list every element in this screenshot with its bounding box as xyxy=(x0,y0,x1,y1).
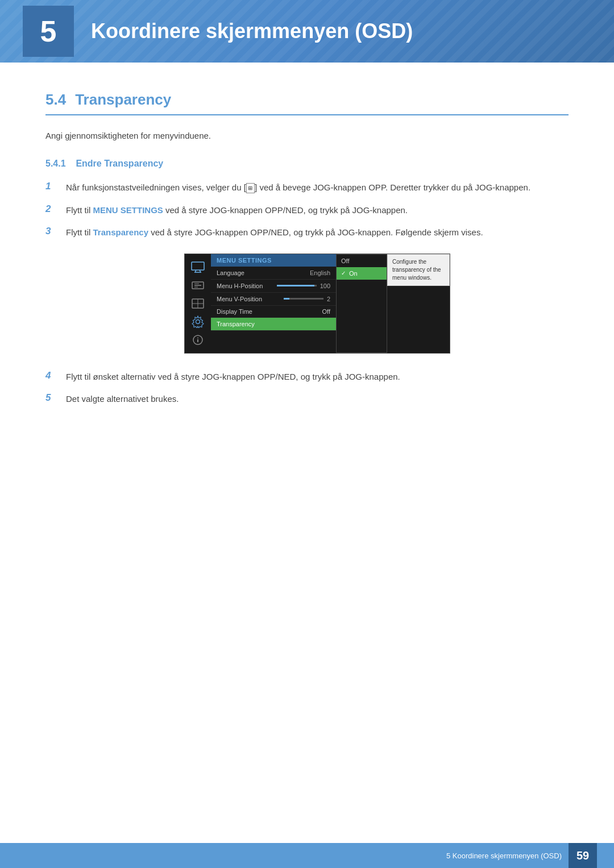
step-number-2: 2 xyxy=(45,203,57,215)
osd-menu-language: Language English xyxy=(211,267,336,280)
osd-icon-adjust xyxy=(190,297,206,310)
step-5: 5 Det valgte alternativet brukes. xyxy=(45,392,569,406)
osd-item-label-language: Language xyxy=(217,269,244,276)
chapter-number: 5 xyxy=(23,6,74,57)
osd-item-value-language: English xyxy=(310,269,330,276)
chapter-header: 5 Koordinere skjermmenyen (OSD) xyxy=(0,0,614,63)
step-text-5: Det valgte alternativet brukes. xyxy=(66,392,179,406)
steps-list: 1 Når funksjonstastveiledningen vises, v… xyxy=(45,180,569,240)
section-title: Transparency xyxy=(75,91,171,109)
subsection-title: Endre Transparency xyxy=(76,159,163,168)
osd-item-label-v-position: Menu V-Position xyxy=(217,296,262,302)
step-number-1: 1 xyxy=(45,180,57,192)
osd-menu-transparency: Transparency xyxy=(211,318,336,331)
svg-point-14 xyxy=(197,337,198,338)
svg-rect-0 xyxy=(192,262,204,270)
osd-item-label-h-position: Menu H-Position xyxy=(217,283,263,289)
steps-list-continued: 4 Flytt til ønsket alternativ ved å styr… xyxy=(45,369,569,406)
chapter-title: Koordinere skjermmenyen (OSD) xyxy=(91,19,413,43)
transparency-highlight: Transparency xyxy=(93,227,149,237)
osd-menu-display-time: Display Time Off xyxy=(211,306,336,318)
section-number: 5.4 xyxy=(45,91,66,109)
osd-item-value-v-position: 2 xyxy=(284,296,330,302)
footer-page-number: 59 xyxy=(569,843,597,868)
osd-item-value-display-time: Off xyxy=(322,308,330,315)
osd-slider-v xyxy=(284,298,323,300)
osd-item-label-display-time: Display Time xyxy=(217,308,252,315)
step-text-2: Flytt til MENU SETTINGS ved å styre JOG-… xyxy=(66,203,408,218)
section-heading: 5.4 Transparency xyxy=(45,91,569,115)
osd-icon-brightness xyxy=(190,279,206,292)
step-4: 4 Flytt til ønsket alternativ ved å styr… xyxy=(45,369,569,384)
osd-sidebar xyxy=(185,254,211,353)
osd-screenshot-container: MENU SETTINGS Language English Menu H-Po… xyxy=(66,254,569,354)
osd-tooltip: Configure the transparency of the menu w… xyxy=(387,254,450,286)
section-description: Angi gjennomsiktigheten for menyvinduene… xyxy=(45,129,569,143)
main-content: 5.4 Transparency Angi gjennomsiktigheten… xyxy=(0,63,614,471)
osd-menu-v-position: Menu V-Position 2 xyxy=(211,293,336,306)
osd-sub-item-off: Off xyxy=(337,255,387,267)
step-1: 1 Når funksjonstastveiledningen vises, v… xyxy=(45,180,569,195)
osd-sub-item-on: ✓On xyxy=(337,267,387,280)
step-number-3: 3 xyxy=(45,225,57,237)
checkmark-icon: ✓ xyxy=(341,270,346,276)
svg-point-11 xyxy=(196,319,200,323)
osd-screenshot: MENU SETTINGS Language English Menu H-Po… xyxy=(184,254,450,354)
page-footer: 5 Koordinere skjermmenyen (OSD) 59 xyxy=(0,843,614,868)
step-2: 2 Flytt til MENU SETTINGS ved å styre JO… xyxy=(45,203,569,218)
subsection-number: 5.4.1 xyxy=(45,159,66,168)
menu-settings-highlight: MENU SETTINGS xyxy=(93,205,163,215)
osd-menu-title: MENU SETTINGS xyxy=(211,254,336,267)
osd-submenu: Off ✓On xyxy=(336,254,387,353)
osd-menu-h-position: Menu H-Position 100 xyxy=(211,280,336,293)
step-3: 3 Flytt til Transparency ved å styre JOG… xyxy=(45,225,569,240)
step-number-4: 4 xyxy=(45,369,57,381)
step-number-5: 5 xyxy=(45,392,57,404)
step-text-3: Flytt til Transparency ved å styre JOG-k… xyxy=(66,225,483,240)
step-text-4: Flytt til ønsket alternativ ved å styre … xyxy=(66,369,400,384)
footer-chapter-text: 5 Koordinere skjermmenyen (OSD) xyxy=(446,852,562,860)
osd-icon-settings xyxy=(190,315,206,328)
osd-slider-h xyxy=(277,285,317,286)
osd-item-value-h-position: 100 xyxy=(277,283,330,289)
osd-icon-info xyxy=(190,334,206,346)
osd-icon-monitor xyxy=(190,261,206,273)
subsection-heading: 5.4.1 Endre Transparency xyxy=(45,159,569,169)
step-text-1: Når funksjonstastveiledningen vises, vel… xyxy=(66,180,530,195)
osd-menu-panel: MENU SETTINGS Language English Menu H-Po… xyxy=(211,254,336,353)
osd-item-label-transparency: Transparency xyxy=(217,321,255,327)
